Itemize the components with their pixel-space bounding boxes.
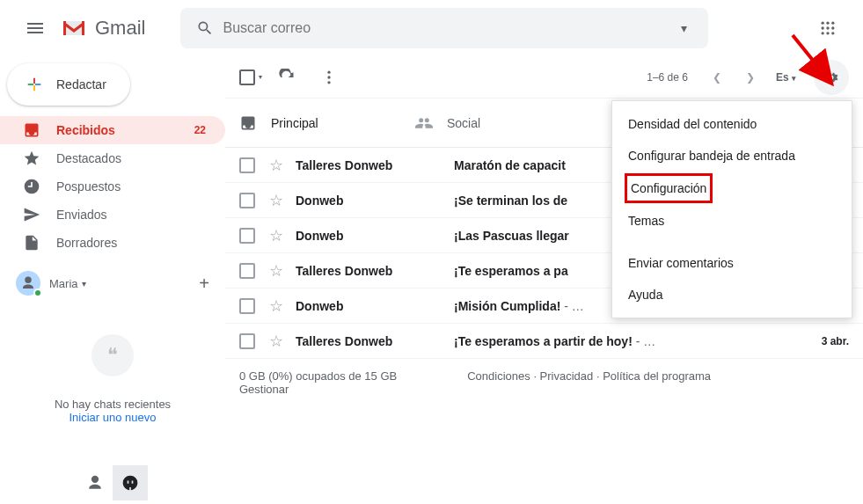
tab-social[interactable]: Social — [401, 99, 577, 147]
sidebar-footer — [0, 465, 225, 504]
sender: Donweb — [296, 229, 454, 243]
menu-button[interactable] — [14, 7, 56, 49]
privacy-link[interactable]: Privacidad — [540, 369, 594, 383]
no-chats-text: No hay chats recientes — [0, 398, 225, 411]
row-checkbox[interactable] — [239, 228, 255, 244]
star-button[interactable]: ☆ — [269, 226, 283, 245]
svg-point-2 — [831, 22, 834, 25]
hangouts-panel: ❝ No hay chats recientes Iniciar uno nue… — [0, 334, 225, 424]
hangouts-tab[interactable] — [113, 465, 148, 500]
search-icon — [187, 11, 223, 46]
apps-icon — [819, 19, 837, 37]
chevron-down-icon: ▾ — [82, 279, 86, 289]
sidebar-item-starred[interactable]: Destacados — [0, 144, 225, 172]
tab-label: Social — [447, 116, 480, 130]
svg-point-0 — [822, 22, 824, 25]
prev-page-button[interactable]: ❮ — [702, 64, 732, 91]
star-button[interactable]: ☆ — [269, 332, 283, 351]
menu-settings[interactable]: Configuración — [625, 173, 713, 203]
footer-links: Condiciones · Privacidad · Política del … — [467, 369, 711, 396]
sidebar-item-label: Enviados — [56, 208, 107, 222]
row-checkbox[interactable] — [239, 193, 255, 208]
menu-feedback[interactable]: Enviar comentarios — [612, 247, 852, 279]
search-bar[interactable]: ▾ — [180, 8, 708, 48]
gmail-icon — [60, 18, 88, 39]
sender: Talleres Donweb — [296, 264, 454, 278]
send-icon — [23, 206, 40, 223]
row-checkbox[interactable] — [239, 333, 255, 349]
email-row[interactable]: ☆ Talleres Donweb ¡Te esperamos a partir… — [225, 324, 863, 359]
start-chat-link[interactable]: Iniciar uno nuevo — [0, 411, 225, 424]
row-checkbox[interactable] — [239, 263, 255, 279]
sender: Donweb — [296, 194, 454, 208]
inbox-icon — [239, 114, 257, 132]
star-button[interactable]: ☆ — [269, 296, 283, 316]
footer: 0 GB (0%) ocupados de 15 GB Gestionar Co… — [225, 359, 863, 406]
sidebar: Redactar Recibidos 22 Destacados Pospues… — [0, 56, 225, 504]
sender: Talleres Donweb — [296, 158, 454, 172]
settings-menu: Densidad del contenido Configurar bandej… — [611, 100, 852, 318]
star-button[interactable]: ☆ — [269, 191, 283, 210]
row-checkbox[interactable] — [239, 298, 255, 314]
menu-help[interactable]: Ayuda — [612, 279, 852, 310]
refresh-icon — [278, 69, 296, 86]
apps-button[interactable] — [807, 7, 849, 49]
draft-icon — [23, 234, 40, 252]
nav: Recibidos 22 Destacados Pospuestos Envia… — [0, 116, 225, 257]
svg-point-7 — [826, 32, 829, 34]
row-checkbox[interactable] — [239, 157, 255, 173]
star-button[interactable]: ☆ — [269, 156, 283, 175]
compose-button[interactable]: Redactar — [7, 63, 130, 106]
sidebar-item-label: Recibidos — [56, 123, 115, 137]
svg-point-4 — [826, 26, 829, 29]
tab-primary[interactable]: Principal — [225, 99, 401, 147]
hamburger-icon — [25, 18, 46, 39]
subject: ¡Te esperamos a partir de hoy! - … — [454, 334, 811, 348]
user-row[interactable]: Maria ▾ + — [0, 267, 225, 299]
search-options-caret[interactable]: ▾ — [666, 21, 701, 35]
inbox-icon — [23, 121, 40, 139]
plus-icon — [25, 75, 44, 94]
svg-point-9 — [327, 70, 330, 73]
next-page-button[interactable]: ❯ — [735, 64, 765, 91]
select-all-checkbox[interactable]: ▾ — [239, 69, 262, 85]
sidebar-item-inbox[interactable]: Recibidos 22 — [0, 116, 225, 144]
hangouts-icon: ❝ — [91, 334, 134, 376]
avatar — [16, 271, 40, 296]
refresh-button[interactable] — [269, 60, 304, 95]
search-input[interactable] — [223, 20, 666, 36]
policy-link[interactable]: Política del programa — [603, 369, 711, 383]
input-lang-button[interactable]: Es ▾ — [776, 71, 796, 84]
sender: Talleres Donweb — [296, 334, 454, 348]
settings-button[interactable] — [814, 60, 849, 95]
more-icon — [320, 69, 338, 86]
terms-link[interactable]: Condiciones — [467, 369, 530, 383]
main: ▾ 1–6 de 6 ❮ ❯ Es ▾ Principal — [225, 56, 863, 504]
sidebar-item-sent[interactable]: Enviados — [0, 201, 225, 229]
sidebar-item-label: Borradores — [56, 236, 117, 250]
inbox-count: 22 — [194, 124, 215, 136]
svg-point-6 — [822, 32, 824, 34]
gmail-text: Gmail — [95, 17, 145, 40]
svg-point-11 — [327, 81, 330, 84]
people-icon — [415, 114, 433, 132]
menu-density[interactable]: Densidad del contenido — [612, 108, 852, 140]
sidebar-item-drafts[interactable]: Borradores — [0, 229, 225, 257]
toolbar: ▾ 1–6 de 6 ❮ ❯ Es ▾ — [225, 56, 863, 99]
gear-icon — [823, 69, 840, 86]
add-contact-button[interactable]: + — [199, 274, 209, 294]
manage-storage-link[interactable]: Gestionar — [239, 383, 289, 396]
header: Gmail ▾ — [0, 0, 863, 56]
menu-configure-inbox[interactable]: Configurar bandeja de entrada — [612, 140, 852, 172]
storage-info: 0 GB (0%) ocupados de 15 GB Gestionar — [239, 369, 397, 396]
svg-point-5 — [831, 26, 834, 29]
contacts-tab[interactable] — [77, 465, 113, 500]
sidebar-item-snoozed[interactable]: Pospuestos — [0, 172, 225, 201]
more-button[interactable] — [311, 60, 347, 95]
star-button[interactable]: ☆ — [269, 261, 283, 281]
menu-themes[interactable]: Temas — [612, 205, 852, 237]
svg-point-3 — [822, 26, 824, 29]
presence-dot — [33, 289, 42, 297]
clock-icon — [23, 178, 40, 195]
svg-point-8 — [831, 32, 834, 34]
